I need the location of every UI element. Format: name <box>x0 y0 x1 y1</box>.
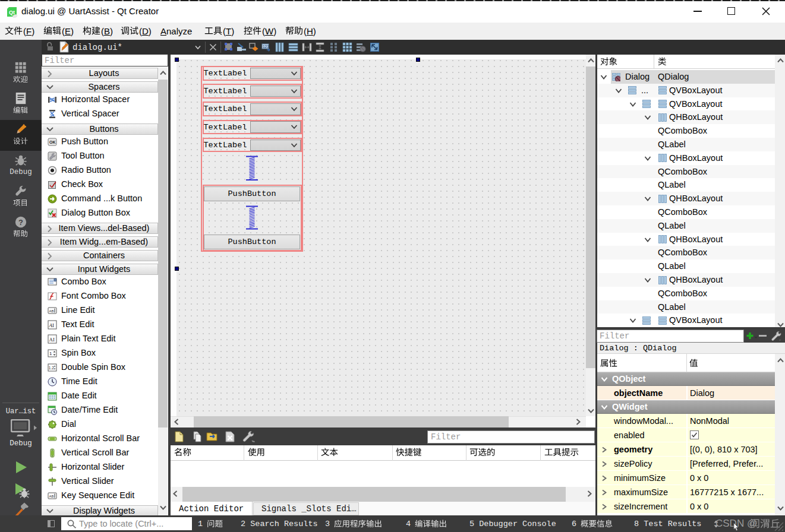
svg-text:Qt: Qt <box>9 10 15 15</box>
svg-text:AI: AI <box>49 336 55 342</box>
svg-text:AB: AB <box>49 309 54 312</box>
svg-text:AB: AB <box>49 494 54 498</box>
svg-text:AI: AI <box>49 322 55 328</box>
svg-text:OK: OK <box>49 140 56 144</box>
svg-text:1: 1 <box>49 351 52 356</box>
svg-text:1.2: 1.2 <box>49 365 54 369</box>
svg-text:?: ? <box>18 218 23 227</box>
svg-text:123: 123 <box>263 45 269 49</box>
